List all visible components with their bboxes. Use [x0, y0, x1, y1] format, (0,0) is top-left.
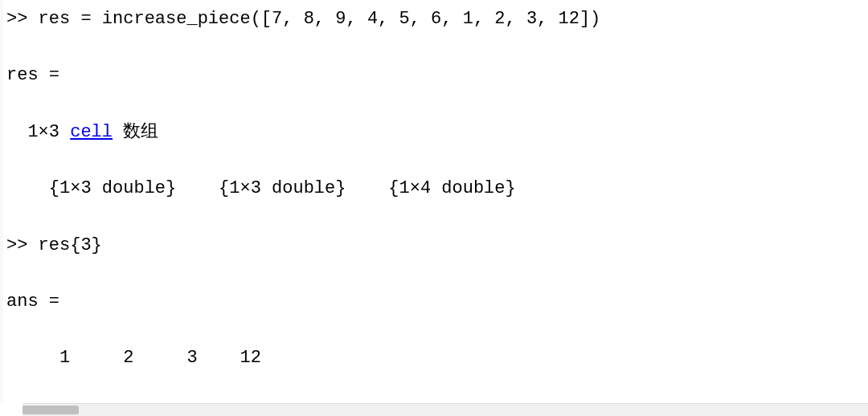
blank-line [6, 202, 862, 230]
ans-header: ans = [6, 288, 862, 316]
blank-line [6, 146, 862, 174]
prompt-symbol: >> [6, 9, 39, 29]
command-text: res = increase_piece([7, 8, 9, 4, 5, 6, … [39, 9, 601, 29]
cell-type-link[interactable]: cell [70, 122, 113, 142]
blank-line [6, 33, 862, 61]
result-array-suffix: 数组 [113, 122, 158, 142]
cell-contents-line: {1×3 double} {1×3 double} {1×4 double} [6, 174, 862, 202]
horizontal-scrollbar[interactable] [23, 403, 868, 416]
result-header: res = [6, 61, 862, 89]
command-window-content[interactable]: >> res = increase_piece([7, 8, 9, 4, 5, … [0, 0, 868, 416]
blank-line [6, 90, 862, 118]
result-size-prefix: 1×3 [6, 122, 70, 142]
blank-line [6, 316, 862, 344]
prompt-symbol: >> [6, 235, 39, 255]
fx-icon: ƒx [6, 406, 24, 416]
command-text: res{3} [39, 235, 102, 255]
blank-line [6, 372, 862, 400]
command-line-1: >> res = increase_piece([7, 8, 9, 4, 5, … [6, 5, 862, 33]
blank-line [6, 259, 862, 288]
command-line-2: >> res{3} [6, 231, 862, 259]
ans-values: 1 2 3 12 [6, 344, 862, 372]
scrollbar-thumb[interactable] [23, 406, 79, 414]
result-description: 1×3 cell 数组 [6, 118, 862, 146]
editor-gutter [0, 0, 3, 403]
